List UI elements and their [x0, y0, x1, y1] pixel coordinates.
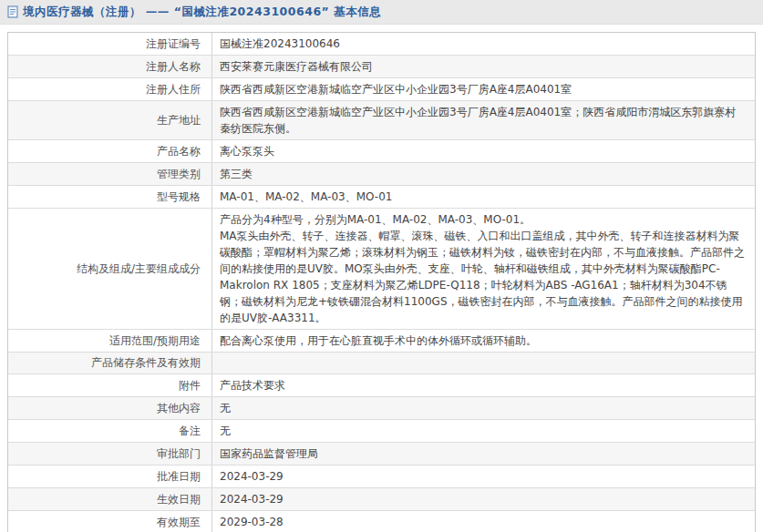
table-row-management-class: 管理类别 第三类 — [8, 163, 755, 186]
row-value: 产品技术要求 — [212, 374, 755, 396]
table-row-registrant-name: 注册人名称 西安莱赛元康医疗器械有限公司 — [8, 56, 755, 78]
row-value: 产品分为4种型号，分别为MA-01、MA-02、MA-03、MO-01。 MA泵… — [212, 209, 755, 329]
row-value: MA-01、MA-02、MA-03、MO-01 — [212, 186, 755, 208]
row-label: 注册证编号 — [8, 33, 212, 55]
header-bar: 境内医疗器械（注册） —— “国械注准20243100646” 基本信息 — [0, 0, 763, 25]
row-value: 第三类 — [212, 163, 755, 185]
table-row-other-content: 其他内容 无 — [8, 397, 755, 420]
row-value: 2024-03-29 — [212, 466, 755, 487]
row-value: 配合离心泵使用，用于在心脏直视手术中的体外循环或循环辅助。 — [212, 330, 755, 352]
row-value: 陕西省西咸新区空港新城临空产业区中小企业园3号厂房A座4层A0401室 — [212, 78, 755, 100]
structure-paragraph-2: MA泵头由外壳、转子、连接器、帽罩、滚珠、磁铁、入口和出口盖组成，其中外壳、转子… — [220, 228, 746, 326]
row-value: 无 — [212, 420, 755, 442]
row-value — [212, 361, 755, 366]
table-row-approval-date: 批准日期 2024-03-29 — [8, 466, 755, 488]
row-label: 其他内容 — [8, 397, 212, 419]
row-label: 适用范围/预期用途 — [8, 330, 212, 352]
table-row-storage-conditions: 产品储存条件及有效期 — [8, 353, 755, 374]
row-label: 审批部门 — [8, 443, 212, 465]
table-row-attachments: 附件 产品技术要求 — [8, 374, 755, 397]
document-icon — [7, 5, 18, 18]
table-row-approval-department: 审批部门 国家药品监督管理局 — [8, 443, 755, 466]
row-label: 产品名称 — [8, 140, 212, 162]
row-label: 生产地址 — [8, 101, 212, 139]
row-value: 国械注准20243100646 — [212, 33, 755, 55]
row-value: 无 — [212, 397, 755, 419]
row-label: 批准日期 — [8, 466, 212, 487]
row-value: 陕西省西咸新区空港新城临空产业区中小企业园3号厂房A座4层A0401室；陕西省咸… — [212, 101, 755, 139]
row-label: 结构及组成/主要组成成分 — [8, 209, 212, 329]
page-title: 境内医疗器械（注册） —— “国械注准20243100646” 基本信息 — [23, 5, 381, 20]
row-label: 备注 — [8, 420, 212, 442]
row-value: 2029-03-28 — [212, 511, 755, 532]
row-label: 附件 — [8, 374, 212, 396]
table-row-intended-use: 适用范围/预期用途 配合离心泵使用，用于在心脏直视手术中的体外循环或循环辅助。 — [8, 330, 755, 353]
row-label: 注册人住所 — [8, 78, 212, 100]
table-row-model-spec: 型号规格 MA-01、MA-02、MA-03、MO-01 — [8, 186, 755, 209]
table-row-cert-number: 注册证编号 国械注准20243100646 — [8, 33, 755, 56]
row-value: 国家药品监督管理局 — [212, 443, 755, 465]
table-row-production-address: 生产地址 陕西省西咸新区空港新城临空产业区中小企业园3号厂房A座4层A0401室… — [8, 101, 755, 140]
row-value: 西安莱赛元康医疗器械有限公司 — [212, 56, 755, 77]
row-label: 型号规格 — [8, 186, 212, 208]
table-row-effective-date: 生效日期 2024-03-29 — [8, 488, 755, 511]
registration-info-table: 注册证编号 国械注准20243100646 注册人名称 西安莱赛元康医疗器械有限… — [7, 32, 756, 532]
row-value: 离心泵泵头 — [212, 140, 755, 162]
row-label: 管理类别 — [8, 163, 212, 185]
row-label: 生效日期 — [8, 488, 212, 510]
table-row-remarks: 备注 无 — [8, 420, 755, 443]
table-row-registrant-address: 注册人住所 陕西省西咸新区空港新城临空产业区中小企业园3号厂房A座4层A0401… — [8, 78, 755, 101]
table-row-structure-composition: 结构及组成/主要组成成分 产品分为4种型号，分别为MA-01、MA-02、MA-… — [8, 209, 755, 330]
row-label: 产品储存条件及有效期 — [8, 353, 212, 373]
table-row-product-name: 产品名称 离心泵泵头 — [8, 140, 755, 163]
row-value: 2024-03-29 — [212, 488, 755, 510]
row-label: 有效期至 — [8, 511, 212, 532]
table-row-expiry-date: 有效期至 2029-03-28 — [8, 511, 755, 532]
structure-paragraph-1: 产品分为4种型号，分别为MA-01、MA-02、MA-03、MO-01。 — [220, 211, 746, 228]
row-label: 注册人名称 — [8, 56, 212, 77]
